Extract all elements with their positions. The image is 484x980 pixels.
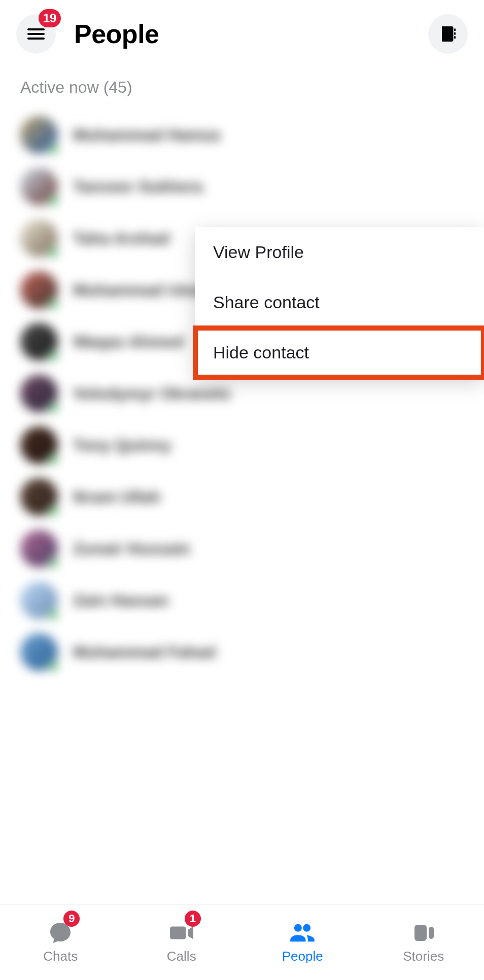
online-dot-icon bbox=[48, 299, 59, 310]
tab-people[interactable]: People bbox=[242, 904, 363, 980]
contacts-button[interactable] bbox=[428, 14, 468, 54]
avatar bbox=[20, 530, 58, 567]
menu-button[interactable]: 19 bbox=[16, 14, 56, 54]
list-item[interactable]: Zain Hassan bbox=[0, 574, 484, 626]
context-menu: View Profile Share contact Hide contact bbox=[195, 227, 484, 378]
nav-badge: 9 bbox=[63, 911, 80, 927]
avatar bbox=[20, 478, 58, 516]
online-dot-icon bbox=[48, 557, 59, 568]
page-title: People bbox=[74, 19, 159, 49]
contact-name: Muhammad Hamza bbox=[73, 126, 220, 144]
contact-name: Waqas Ahmed bbox=[73, 333, 184, 351]
contact-name: Tony Quinny bbox=[73, 436, 171, 455]
bottom-nav: 9 Chats 1 Calls People Stories bbox=[0, 904, 484, 980]
avatar bbox=[20, 633, 58, 671]
tab-label: Chats bbox=[43, 949, 78, 964]
avatar bbox=[20, 271, 58, 309]
online-dot-icon bbox=[48, 505, 59, 517]
contact-name: Taha Arshad bbox=[73, 229, 169, 248]
svg-rect-0 bbox=[414, 925, 427, 941]
contact-name: Muhammad Umar bbox=[73, 281, 210, 300]
contact-name: Tanveer Sukhera bbox=[73, 177, 203, 196]
avatar bbox=[20, 375, 58, 412]
contact-name: Muhammad Fahad bbox=[73, 643, 216, 662]
tab-label: Calls bbox=[167, 949, 196, 964]
people-icon bbox=[289, 920, 316, 946]
online-dot-icon bbox=[48, 350, 59, 361]
tab-label: People bbox=[282, 949, 323, 964]
list-item[interactable]: Tanveer Sukhera bbox=[0, 161, 484, 212]
contact-name: Zunair Hussain bbox=[73, 539, 190, 558]
menu-item-view-profile[interactable]: View Profile bbox=[195, 227, 484, 277]
contact-name: Ikram Ullah bbox=[73, 488, 161, 506]
nav-badge: 1 bbox=[185, 911, 201, 927]
online-dot-icon bbox=[48, 454, 59, 465]
tab-stories[interactable]: Stories bbox=[363, 904, 485, 980]
online-dot-icon bbox=[48, 609, 59, 620]
menu-item-share-contact[interactable]: Share contact bbox=[195, 277, 484, 328]
tab-calls[interactable]: 1 Calls bbox=[121, 904, 243, 980]
stories-icon bbox=[411, 920, 436, 946]
tab-chats[interactable]: 9 Chats bbox=[0, 904, 121, 980]
avatar bbox=[20, 323, 58, 360]
address-book-icon bbox=[439, 25, 457, 43]
avatar bbox=[20, 116, 58, 154]
avatar bbox=[20, 582, 58, 619]
contact-list[interactable]: Muhammad Hamza Tanveer Sukhera Taha Arsh… bbox=[0, 103, 484, 678]
online-dot-icon bbox=[48, 661, 59, 672]
avatar bbox=[20, 220, 58, 257]
contact-name: Volodymyr Okranets bbox=[73, 384, 231, 403]
list-item[interactable]: Zunair Hussain bbox=[0, 523, 484, 574]
list-item[interactable]: Muhammad Hamza bbox=[0, 109, 484, 161]
list-item[interactable]: Muhammad Fahad bbox=[0, 626, 484, 678]
online-dot-icon bbox=[48, 402, 59, 413]
svg-rect-1 bbox=[429, 927, 434, 939]
app-header: 19 People bbox=[0, 0, 484, 58]
online-dot-icon bbox=[48, 143, 59, 155]
contact-name: Zain Hassan bbox=[73, 591, 169, 610]
online-dot-icon bbox=[48, 195, 59, 206]
avatar bbox=[20, 168, 58, 205]
avatar bbox=[20, 426, 58, 464]
menu-badge: 19 bbox=[39, 9, 61, 27]
menu-item-hide-contact[interactable]: Hide contact bbox=[193, 325, 484, 380]
list-item[interactable]: Tony Quinny bbox=[0, 419, 484, 471]
hamburger-icon bbox=[27, 28, 45, 40]
online-dot-icon bbox=[48, 247, 59, 258]
active-now-label: Active now (45) bbox=[0, 58, 484, 103]
list-item[interactable]: Ikram Ullah bbox=[0, 471, 484, 523]
tab-label: Stories bbox=[403, 949, 444, 964]
